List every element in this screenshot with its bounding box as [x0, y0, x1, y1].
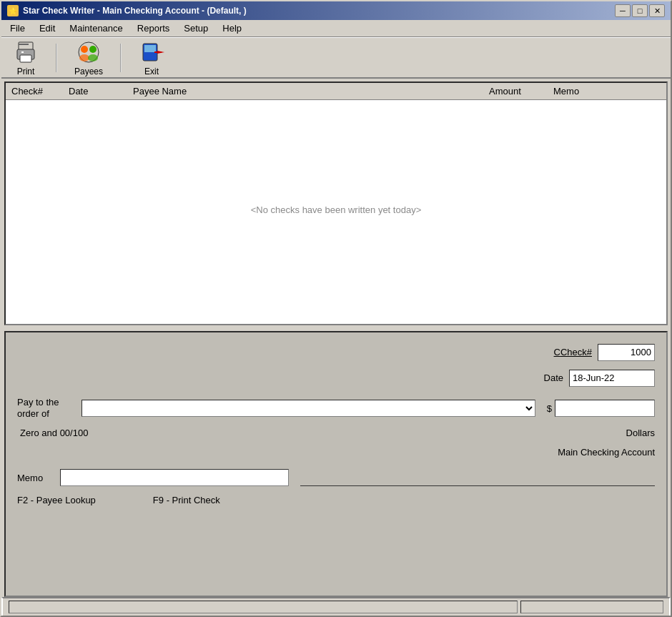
check-number-label: CCheck#: [554, 347, 592, 357]
amount-text-row: Zero and 00/100 Dollars: [17, 428, 655, 438]
payto-line1: Pay to the: [17, 397, 59, 408]
toolbar: Print Payees: [1, 37, 671, 79]
check-number-label-text: Check#: [560, 347, 592, 357]
svg-point-9: [88, 54, 98, 61]
check-form-area: CCheck# Date Pay to the order of $: [4, 331, 668, 598]
col-header-payee: Payee Name: [133, 86, 489, 97]
status-panel-secondary: [520, 601, 663, 613]
window-title: Star Check Writer - Main Checking Accoun…: [23, 6, 247, 16]
exit-label: Exit: [144, 66, 159, 76]
check-list-body: <No checks have been written yet today>: [6, 100, 666, 320]
memo-row: Memo: [17, 469, 655, 486]
menu-maintenance[interactable]: Maintenance: [64, 21, 128, 35]
exit-icon: [139, 39, 164, 65]
date-label: Date: [544, 372, 563, 383]
signature-line: [300, 469, 655, 486]
svg-point-8: [79, 54, 89, 61]
check-list-header: Check# Date Payee Name Amount Memo: [6, 83, 666, 100]
svg-point-7: [89, 46, 97, 53]
dollars-label: Dollars: [626, 428, 655, 438]
main-content: Check# Date Payee Name Amount Memo <No c…: [1, 79, 671, 600]
print-icon: [13, 39, 39, 65]
title-bar-left: ⭐ Star Check Writer - Main Checking Acco…: [7, 5, 247, 16]
print-label: Print: [17, 66, 35, 76]
toolbar-separator-1: [56, 44, 57, 72]
col-header-memo: Memo: [553, 86, 661, 97]
check-number-row: CCheck#: [17, 344, 655, 361]
shortcut-f9: F9 - Print Check: [153, 495, 220, 505]
col-header-date: Date: [69, 86, 133, 97]
menu-reports[interactable]: Reports: [132, 21, 176, 35]
menu-bar: File Edit Maintenance Reports Setup Help: [1, 20, 671, 37]
shortcut-f2: F2 - Payee Lookup: [17, 495, 96, 505]
exit-button[interactable]: Exit: [133, 36, 170, 79]
minimize-button[interactable]: ─: [615, 4, 631, 17]
close-button[interactable]: ✕: [649, 4, 665, 17]
svg-point-6: [81, 46, 88, 53]
toolbar-separator-2: [120, 44, 122, 72]
svg-rect-2: [20, 55, 31, 62]
check-number-input[interactable]: [598, 344, 655, 361]
payees-button[interactable]: Payees: [69, 36, 109, 79]
title-bar: ⭐ Star Check Writer - Main Checking Acco…: [1, 1, 671, 20]
status-panel-main: [9, 601, 518, 613]
date-input[interactable]: [569, 370, 655, 387]
shortcuts-row: F2 - Payee Lookup F9 - Print Check: [17, 495, 655, 505]
payee-label: Pay to the order of: [17, 397, 81, 421]
menu-file[interactable]: File: [4, 21, 31, 35]
print-button[interactable]: Print: [7, 36, 44, 79]
check-list-area: Check# Date Payee Name Amount Memo <No c…: [4, 82, 668, 325]
title-controls: ─ □ ✕: [615, 4, 665, 17]
empty-message: <No checks have been written yet today>: [251, 204, 421, 215]
payee-row: Pay to the order of $: [17, 397, 655, 421]
svg-rect-3: [21, 51, 24, 53]
date-row: Date: [17, 370, 655, 387]
col-header-check: Check#: [11, 86, 69, 97]
account-name: Main Checking Account: [558, 447, 655, 458]
payees-label: Payees: [74, 66, 103, 76]
payee-select[interactable]: [81, 400, 535, 417]
amount-text: Zero and 00/100: [17, 428, 615, 438]
amount-input[interactable]: [555, 400, 655, 417]
dollar-sign: $: [547, 403, 552, 414]
status-bar: [1, 597, 671, 616]
app-icon: ⭐: [7, 5, 19, 16]
memo-input[interactable]: [60, 469, 289, 486]
svg-rect-4: [19, 44, 29, 45]
maximize-button[interactable]: □: [632, 4, 648, 17]
menu-edit[interactable]: Edit: [34, 21, 61, 35]
main-window: ⭐ Star Check Writer - Main Checking Acco…: [0, 0, 672, 617]
payto-line2: order of: [17, 408, 49, 419]
account-row: Main Checking Account: [17, 447, 655, 458]
payees-icon: [76, 39, 102, 65]
memo-label: Memo: [17, 473, 60, 483]
svg-rect-11: [144, 45, 156, 52]
menu-setup[interactable]: Setup: [178, 21, 214, 35]
menu-help[interactable]: Help: [217, 21, 247, 35]
col-header-amount: Amount: [489, 86, 553, 97]
